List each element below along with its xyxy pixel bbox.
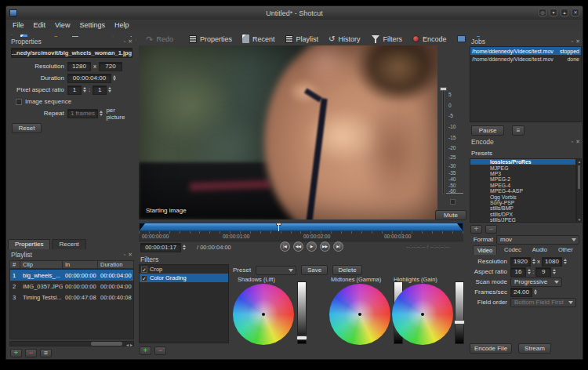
- preset-item[interactable]: stills/BMP: [470, 205, 575, 211]
- fps-field[interactable]: 24.00: [510, 288, 532, 297]
- tab-video[interactable]: Video: [473, 245, 497, 255]
- encode-height-field[interactable]: 1080: [542, 257, 562, 267]
- properties-button[interactable]: Properties: [185, 34, 236, 45]
- float-icon[interactable]: ▫: [572, 139, 573, 145]
- trim-in-handle[interactable]: [140, 223, 145, 230]
- preset-item[interactable]: MPEG-4: [470, 183, 575, 188]
- titlebar[interactable]: Untitled* - Shotcut ◎ ▾ ▴ ✕: [6, 6, 583, 20]
- col-clip[interactable]: Clip: [20, 261, 63, 268]
- tab-properties[interactable]: Properties: [8, 239, 50, 249]
- tab-audio[interactable]: Audio: [528, 245, 551, 255]
- video-preview[interactable]: Starting image: [139, 45, 437, 219]
- close-icon[interactable]: ✕: [572, 9, 579, 16]
- scrollbar-thumb[interactable]: [578, 165, 580, 189]
- add-preset-button[interactable]: +: [470, 225, 482, 234]
- duration-spinner[interactable]: [113, 75, 116, 81]
- playhead[interactable]: [276, 223, 281, 231]
- float-icon[interactable]: ▫: [572, 38, 573, 45]
- scrub-bar[interactable]: [139, 223, 463, 231]
- tab-recent[interactable]: Recent: [52, 239, 85, 249]
- resolution-height-field[interactable]: 720: [99, 62, 122, 71]
- job-row[interactable]: /home/ddennedy/Videos/test.mov done: [470, 55, 581, 63]
- playlist-scrollbar[interactable]: ◂▸: [9, 341, 134, 346]
- preset-item[interactable]: MPEG-4-ASP: [470, 188, 575, 194]
- shadows-color-wheel[interactable]: [233, 284, 294, 345]
- scroll-down-icon[interactable]: ▾: [577, 217, 582, 222]
- encode-button[interactable]: Encode: [408, 34, 451, 45]
- preset-item[interactable]: MJPEG: [470, 165, 575, 170]
- playlist-row[interactable]: 3 Timing Testsl... 00:00:47:08 00:00:40:…: [10, 292, 133, 303]
- scan-mode-combobox[interactable]: Progressive: [510, 278, 562, 287]
- scroll-up-icon[interactable]: ▴: [577, 159, 582, 164]
- menu-edit[interactable]: Edit: [34, 21, 46, 29]
- scrollbar-thumb[interactable]: [91, 342, 122, 346]
- pause-button[interactable]: Pause: [471, 125, 504, 136]
- preset-item[interactable]: MP3: [470, 171, 575, 176]
- color-grading-checkbox[interactable]: ✓: [141, 275, 147, 281]
- fast-forward-button[interactable]: ▶▶: [320, 241, 330, 252]
- tab-codec[interactable]: Codec: [500, 245, 525, 255]
- playlist-button[interactable]: Playlist: [281, 34, 323, 45]
- aspect-h-field[interactable]: 9: [535, 267, 551, 277]
- menu-view[interactable]: View: [55, 21, 70, 29]
- preset-item[interactable]: lossless/ProRes: [470, 159, 575, 165]
- minimize-icon[interactable]: ▾: [550, 9, 557, 16]
- reset-button[interactable]: Reset: [12, 123, 42, 133]
- current-time-spinner[interactable]: [183, 245, 186, 250]
- image-sequence-checkbox[interactable]: [16, 99, 22, 105]
- slider-handle[interactable]: [296, 336, 307, 340]
- col-num[interactable]: #: [10, 261, 20, 268]
- slider-handle[interactable]: [454, 320, 465, 325]
- save-preset-button[interactable]: Save: [301, 265, 328, 275]
- highlights-color-wheel[interactable]: [392, 284, 453, 345]
- close-icon[interactable]: ✕: [128, 252, 132, 258]
- preset-combobox[interactable]: [256, 266, 296, 275]
- jobs-menu-button[interactable]: ≡: [512, 125, 524, 136]
- format-combobox[interactable]: mov: [496, 235, 579, 245]
- job-row[interactable]: /home/ddennedy/Videos/test.mov stopped: [470, 47, 581, 55]
- mute-button[interactable]: Mute: [435, 210, 466, 220]
- filter-item-color-grading[interactable]: ✓ Color Grading: [140, 274, 228, 282]
- tab-other[interactable]: Other: [554, 245, 577, 255]
- playlist-row[interactable]: 2 IMG_0357.JPG 00:00:00:00 00:00:04:00: [10, 281, 133, 292]
- remove-clip-button[interactable]: −: [25, 349, 37, 357]
- volume-slider-handle[interactable]: [440, 87, 447, 91]
- preset-item[interactable]: stills/JPEG: [470, 217, 575, 223]
- par-num-spinner[interactable]: [83, 87, 86, 92]
- current-time-field[interactable]: 00:00:01:17: [140, 243, 181, 252]
- playlist-row[interactable]: 1 blg_wheels_... 00:00:00:00 00:00:04:00: [10, 270, 133, 281]
- aspect-w-field[interactable]: 16: [510, 267, 526, 277]
- recent-button[interactable]: Recent: [238, 33, 279, 45]
- mute-icon[interactable]: [450, 199, 456, 205]
- playlist-menu-button[interactable]: ≡: [40, 349, 52, 357]
- timeline-ruler[interactable]: 00:00:00:00 00:00:01:00 00:00:02:00 00:0…: [139, 231, 463, 241]
- float-icon[interactable]: ▫: [124, 252, 125, 258]
- encode-width-field[interactable]: 1920: [510, 257, 531, 267]
- par-num-field[interactable]: 1: [67, 85, 82, 95]
- menu-help[interactable]: Help: [114, 21, 129, 29]
- midtones-color-wheel[interactable]: [329, 284, 390, 345]
- close-icon[interactable]: ✕: [575, 139, 580, 145]
- history-button[interactable]: ↺History: [325, 34, 364, 45]
- play-button[interactable]: ▶: [307, 241, 317, 252]
- rewind-button[interactable]: ◀◀: [293, 241, 303, 252]
- redo-button[interactable]: ↷Redo: [142, 34, 177, 45]
- menu-file[interactable]: File: [13, 21, 24, 29]
- preset-item[interactable]: Sony-PSP: [470, 200, 575, 205]
- scroll-right-icon[interactable]: ▸: [130, 342, 132, 347]
- delete-preset-button[interactable]: Delete: [332, 265, 362, 275]
- add-filter-button[interactable]: +: [140, 346, 151, 355]
- highlights-level-slider[interactable]: [455, 281, 464, 344]
- col-in[interactable]: In: [63, 261, 98, 268]
- remove-filter-button[interactable]: −: [154, 346, 166, 355]
- col-duration[interactable]: Duration: [98, 261, 133, 268]
- float-icon[interactable]: ▫: [124, 38, 125, 45]
- filter-item-crop[interactable]: ✓ Crop: [140, 265, 228, 274]
- stream-button[interactable]: Stream: [518, 343, 551, 354]
- encode-file-button[interactable]: Encode File: [470, 343, 512, 354]
- close-icon[interactable]: ✕: [128, 38, 132, 45]
- volume-slider[interactable]: [442, 89, 445, 194]
- add-clip-button[interactable]: +: [10, 349, 22, 357]
- shadows-level-slider[interactable]: [297, 281, 307, 344]
- skip-end-button[interactable]: ▶|: [333, 241, 343, 252]
